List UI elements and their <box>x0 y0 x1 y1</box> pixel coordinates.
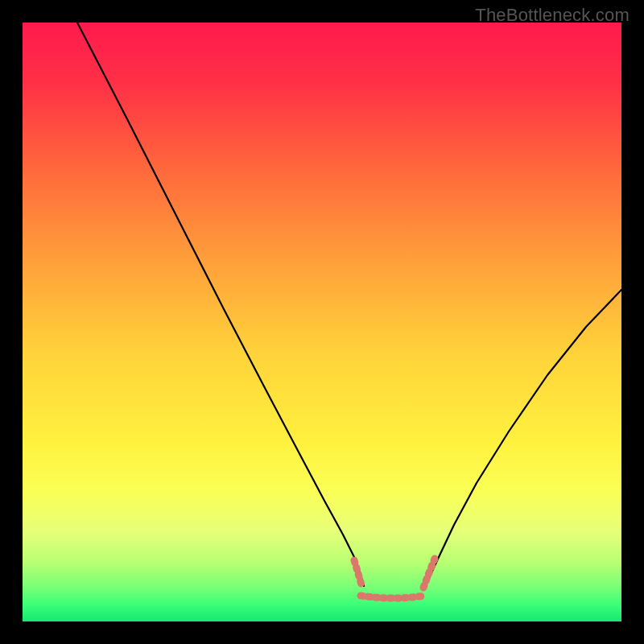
flat-bottom-segment <box>361 596 425 598</box>
curve-left <box>77 23 364 586</box>
watermark-text: TheBottleneck.com <box>475 5 630 26</box>
curve-right <box>425 290 621 586</box>
curve-layer <box>23 23 621 621</box>
left-tail-accent <box>354 560 362 588</box>
chart-frame: TheBottleneck.com <box>0 0 644 644</box>
right-tail-accent <box>423 559 435 588</box>
plot-area <box>23 23 621 621</box>
